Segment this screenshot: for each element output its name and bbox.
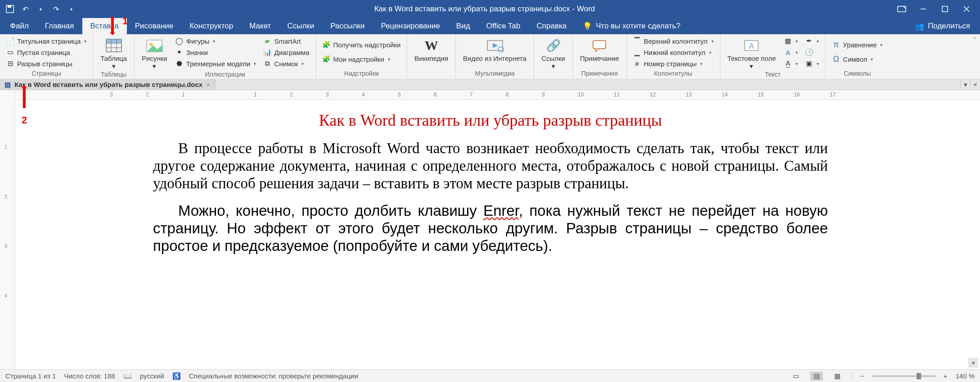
horizontal-ruler[interactable]: 3 2 1 1 2 3 4 5 6 7 8 9 10 11 12 13 14 1… (15, 90, 980, 100)
blank-page-button[interactable]: ▭Пустая страница (4, 47, 88, 57)
datetime-button[interactable]: 🕒 (803, 47, 821, 57)
tab-mailings[interactable]: Рассылки (322, 18, 373, 34)
header-label: Верхний колонтитул (644, 37, 708, 45)
dropcap-button[interactable]: A̲▾ (782, 59, 800, 68)
annotation-label-2: 2 (22, 114, 27, 126)
datetime-icon: 🕒 (805, 48, 813, 56)
document-tab-label: Как в Word вставить или убрать разрыв ст… (14, 81, 202, 88)
tab-design[interactable]: Конструктор (181, 18, 241, 34)
footer-button[interactable]: ▁Нижний колонтитул▾ (631, 47, 715, 57)
zoom-slider[interactable] (872, 375, 935, 377)
tab-help[interactable]: Справка (529, 18, 575, 34)
scroll-down-button[interactable]: ▾ (968, 358, 978, 368)
quick-access-toolbar: ↶ ▾ ↷ ▾ (0, 5, 81, 14)
chevron-down-icon[interactable]: ▾ (36, 5, 45, 14)
models-button[interactable]: ⬣Трехмерные модели▾ (174, 59, 258, 68)
maximize-icon[interactable] (940, 5, 949, 14)
close-tab-icon[interactable]: × (206, 81, 210, 88)
save-icon[interactable] (5, 5, 14, 14)
header-button[interactable]: ▔Верхний колонтитул▾ (631, 36, 715, 46)
collapse-ribbon-button[interactable]: ˄ (973, 34, 980, 79)
sigline-button[interactable]: ✒▾ (803, 36, 821, 46)
equation-button[interactable]: πУравнение▾ (830, 40, 884, 50)
symbol-button[interactable]: ΩСимвол▾ (830, 54, 884, 64)
tab-view[interactable]: Вид (448, 18, 478, 34)
screenshot-icon: ⧉ (263, 59, 271, 68)
tab-layout[interactable]: Макет (241, 18, 279, 34)
share-button[interactable]: 👥 Поделиться (907, 18, 978, 34)
pagenum-label: Номер страницы (644, 60, 697, 68)
tab-review[interactable]: Рецензирование (373, 18, 448, 34)
accessibility-status[interactable]: Специальные возможности: проверьте реком… (189, 372, 358, 380)
redo-icon[interactable]: ↷ (51, 5, 60, 14)
icons-button[interactable]: ✦Значки (174, 47, 258, 57)
cover-page-button[interactable]: 📄Титульная страница▾ (4, 36, 88, 46)
tab-officetab[interactable]: Office Tab (478, 18, 529, 34)
links-button[interactable]: 🔗 Ссылки▾ (539, 36, 568, 71)
zoom-level[interactable]: 140 % (955, 372, 975, 380)
my-addins-button[interactable]: 🧩Мои надстройки▾ (321, 54, 403, 64)
page-break-button[interactable]: ⊟Разрыв страницы (4, 59, 88, 68)
pagenum-button[interactable]: #Номер страницы▾ (631, 59, 715, 68)
smartart-label: SmartArt (274, 37, 301, 45)
models-label: Трехмерные модели (186, 60, 251, 68)
spelling-error[interactable]: Enrer (483, 202, 519, 219)
blank-page-icon: ▭ (6, 48, 14, 56)
group-symbols-label: Символы (830, 70, 884, 78)
wikipedia-button[interactable]: W Википедия (412, 36, 451, 64)
smartart-button[interactable]: ▰SmartArt (261, 36, 311, 46)
chart-button[interactable]: 📊Диаграмма (261, 47, 311, 57)
sigline-icon: ✒ (805, 37, 813, 45)
language[interactable]: русский (140, 372, 164, 380)
video-button[interactable]: Видео из Интернета (460, 36, 529, 64)
wordart-button[interactable]: A▾ (782, 47, 800, 57)
minimize-icon[interactable] (919, 5, 928, 14)
tab-draw[interactable]: Рисование (127, 18, 182, 34)
zoom-out-button[interactable]: − (860, 372, 864, 380)
undo-icon[interactable]: ↶ (21, 5, 30, 14)
vertical-ruler[interactable]: 1 2 3 4 (0, 90, 15, 369)
quickparts-button[interactable]: ▦▾ (782, 36, 800, 46)
ribbon: 📄Титульная страница▾ ▭Пустая страница ⊟Р… (0, 34, 980, 79)
zoom-in-button[interactable]: + (944, 372, 948, 380)
document-page[interactable]: Как в Word вставить или убрать разрыв ст… (117, 104, 864, 278)
tab-references[interactable]: Ссылки (279, 18, 322, 34)
table-button[interactable]: Таблица▾ (98, 36, 130, 71)
document-paragraph[interactable]: Можно, конечно, просто долбить клавишу E… (153, 202, 828, 255)
chart-icon: 📊 (263, 48, 271, 56)
tab-close-all-button[interactable]: × (970, 79, 980, 90)
word-count[interactable]: Число слов: 188 (64, 372, 115, 380)
pictures-button[interactable]: Рисунки▾ (139, 36, 170, 71)
document-paragraph[interactable]: В процессе работы в Microsoft Word часто… (153, 140, 828, 192)
cover-page-icon: 📄 (6, 37, 14, 45)
web-layout-button[interactable]: ▦ (831, 372, 844, 381)
comment-button[interactable]: Примечание (577, 36, 622, 64)
print-layout-button[interactable]: ▤ (810, 372, 823, 381)
svg-marker-21 (110, 32, 115, 35)
spell-check-icon[interactable]: 📖 (123, 372, 132, 380)
shapes-icon: ◯ (175, 37, 184, 45)
tab-menu-button[interactable]: ▾ (960, 79, 970, 90)
page-count[interactable]: Страница 1 из 1 (5, 372, 56, 380)
screenshot-button[interactable]: ⧉Снимок▾ (261, 59, 311, 68)
tell-me-search[interactable]: 💡 Что вы хотите сделать? (583, 18, 680, 34)
footer-icon: ▁ (633, 48, 641, 56)
close-icon[interactable] (962, 5, 971, 14)
screenshot-label: Снимок (274, 60, 298, 68)
equation-icon: π (832, 41, 840, 49)
footer-label: Нижний колонтитул (644, 49, 706, 56)
shapes-button[interactable]: ◯Фигуры▾ (174, 36, 258, 46)
tab-home[interactable]: Главная (37, 18, 82, 34)
textbox-button[interactable]: A Текстовое поле▾ (725, 36, 779, 71)
object-button[interactable]: ▣▾ (803, 59, 821, 68)
ribbon-options-icon[interactable] (897, 5, 906, 14)
group-comments: Примечание Примечания (573, 34, 627, 79)
qat-customize-icon[interactable]: ▾ (67, 5, 76, 14)
svg-rect-12 (106, 39, 121, 43)
get-addins-button[interactable]: 🧩Получить надстройки (321, 40, 403, 50)
document-title[interactable]: Как в Word вставить или убрать разрыв ст… (153, 111, 828, 130)
read-mode-button[interactable]: ▭ (790, 372, 802, 381)
window-controls (888, 5, 980, 14)
tab-file[interactable]: Файл (2, 18, 37, 34)
table-icon (105, 37, 122, 54)
